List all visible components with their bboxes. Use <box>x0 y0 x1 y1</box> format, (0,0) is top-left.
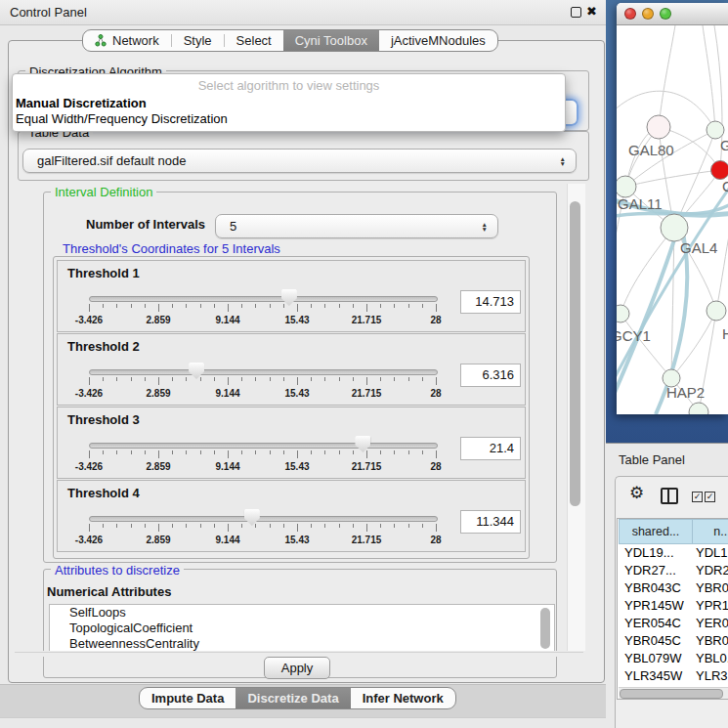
popup-item-equal-width-frequency[interactable]: Equal Width/Frequency Discretization <box>16 111 228 126</box>
slider-track[interactable] <box>89 443 438 449</box>
list-scrollbar-thumb[interactable] <box>540 608 550 649</box>
tab-discretize-data[interactable]: Discretize Data <box>236 688 350 708</box>
cell-shared-name[interactable]: YLR345W <box>624 667 682 685</box>
slider-tick-label: 21.715 <box>341 388 392 399</box>
cell-shared-name[interactable]: YER054C <box>624 615 681 632</box>
threshold-value-field[interactable]: 11.344 <box>460 510 521 534</box>
slider-tick <box>422 524 423 528</box>
attribute-item-betweennesscentrality[interactable]: BetweennessCentrality <box>50 636 554 652</box>
column-header-name[interactable]: n... <box>692 519 728 544</box>
table-row[interactable]: YPR145WYPR1... <box>618 597 728 615</box>
slider-track[interactable] <box>89 369 438 375</box>
network-edge[interactable] <box>716 231 728 311</box>
table-row[interactable]: YLR345WYLR3... <box>618 667 728 685</box>
table-data-combo[interactable]: galFiltered.sif default node ▲▼ <box>22 149 577 173</box>
tab-jactivemnodules[interactable]: jActiveMNodules <box>379 30 497 51</box>
cell-shared-name[interactable]: YDL19... <box>624 544 674 562</box>
network-edge[interactable] <box>659 25 675 127</box>
slider-tick <box>353 450 354 454</box>
network-node-gal4[interactable] <box>661 214 688 241</box>
slider-track[interactable] <box>89 516 438 522</box>
network-node-gal80[interactable] <box>647 115 670 139</box>
cell-name[interactable]: YPR1... <box>696 597 728 615</box>
slider-tick <box>311 377 312 381</box>
slider-tick <box>297 524 298 532</box>
checkbox-icon[interactable]: ✓ <box>692 492 703 502</box>
zoom-traffic-light-icon[interactable] <box>660 8 671 20</box>
popup-item-manual-discretization[interactable]: Manual Discretization <box>16 96 147 110</box>
slider-tick <box>422 450 423 454</box>
network-node-h-[interactable] <box>707 301 726 321</box>
network-edge[interactable] <box>625 170 720 187</box>
network-node-c-[interactable] <box>711 161 728 180</box>
slider-handle[interactable] <box>244 509 260 526</box>
gear-icon[interactable]: ⚙ <box>629 483 644 503</box>
cell-name[interactable]: YER0... <box>696 615 728 632</box>
threshold-label: Threshold 1 <box>67 266 140 280</box>
network-canvas[interactable]: GAL80G...C...GAL11GAL4GCY1H...HAP2 <box>617 25 728 414</box>
network-edge[interactable] <box>625 130 715 187</box>
table-row[interactable]: YBR043CYBR0... <box>618 579 728 597</box>
table-row[interactable]: YDL19...YDL1... <box>618 544 728 562</box>
threshold-value-field[interactable]: 6.316 <box>460 364 521 387</box>
slider-tick <box>436 304 437 312</box>
attribute-item-selfloops[interactable]: SelfLoops <box>50 605 554 621</box>
cell-shared-name[interactable]: YBL079W <box>624 650 682 667</box>
tab-infer-network[interactable]: Infer Network <box>351 688 455 708</box>
network-node-gcy1[interactable] <box>617 305 629 322</box>
table-row[interactable]: YBR045CYBR0... <box>618 632 728 650</box>
apply-button[interactable]: Apply <box>264 657 330 679</box>
close-icon[interactable]: ✖ <box>586 4 597 19</box>
settings-scrollbar-thumb[interactable] <box>570 201 580 506</box>
tab-style[interactable]: Style <box>172 30 224 51</box>
slider-tick <box>297 377 298 385</box>
slider-tick-label: 28 <box>410 535 461 545</box>
tab-cyni-toolbox[interactable]: Cyni Toolbox <box>283 30 379 51</box>
cell-name[interactable]: YDL1... <box>696 544 728 562</box>
interval-definition-title: Interval Definition <box>51 185 156 199</box>
tab-network[interactable]: Network <box>83 30 171 51</box>
slider-handle[interactable] <box>189 363 204 379</box>
slider-handle[interactable] <box>355 436 370 452</box>
table-row[interactable]: YBL079WYBL0... <box>618 650 728 667</box>
attribute-item-topologicalcoefficient[interactable]: TopologicalCoefficient <box>50 621 554 636</box>
cell-shared-name[interactable]: YDR27... <box>624 562 676 579</box>
slider-tick <box>158 450 159 458</box>
tab-label: Style <box>184 33 212 48</box>
node-label: G... <box>720 137 728 153</box>
threshold-value-field[interactable]: 21.4 <box>460 437 521 460</box>
slider-track[interactable] <box>89 296 438 302</box>
close-traffic-light-icon[interactable] <box>624 8 636 20</box>
network-edge[interactable] <box>621 228 674 314</box>
threshold-value-field[interactable]: 14.713 <box>460 290 521 314</box>
slider-tick <box>283 304 284 308</box>
table-row[interactable]: YDR27...YDR2... <box>618 562 728 579</box>
slider-tick-label: -3.426 <box>64 315 114 325</box>
number-of-intervals-combo[interactable]: 5 ▲▼ <box>215 214 498 238</box>
tab-impute-data[interactable]: Impute Data <box>140 688 236 708</box>
columns-icon[interactable] <box>661 488 678 504</box>
cell-shared-name[interactable]: YBR045C <box>624 632 681 650</box>
cell-shared-name[interactable]: YPR145W <box>624 597 684 615</box>
checkbox-icon[interactable]: ✓ <box>705 492 715 502</box>
network-node[interactable] <box>689 403 708 414</box>
slider-tick <box>270 450 271 454</box>
slider-tick <box>103 450 104 454</box>
tab-select[interactable]: Select <box>225 30 283 51</box>
column-header-shared-name[interactable]: shared... <box>619 519 693 544</box>
cell-name[interactable]: YLR3... <box>696 667 728 685</box>
table-hscrollbar-thumb[interactable] <box>620 689 723 699</box>
network-window-titlebar[interactable] <box>617 3 728 25</box>
algorithm-hint: Select algorithm to view settings <box>13 78 565 93</box>
table-hscrollbar[interactable] <box>619 687 728 699</box>
minimize-traffic-light-icon[interactable] <box>642 8 654 20</box>
cell-name[interactable]: YBR0... <box>696 632 728 650</box>
cell-name[interactable]: YBL0... <box>696 650 728 667</box>
cell-name[interactable]: YBR0... <box>696 579 728 597</box>
cell-shared-name[interactable]: YBR043C <box>624 579 681 597</box>
tab-label: Cyni Toolbox <box>295 33 367 48</box>
float-window-icon[interactable] <box>571 7 581 18</box>
cell-name[interactable]: YDR2... <box>696 562 728 579</box>
table-row[interactable]: YER054CYER0... <box>618 615 728 632</box>
network-node-gal11[interactable] <box>617 176 636 197</box>
